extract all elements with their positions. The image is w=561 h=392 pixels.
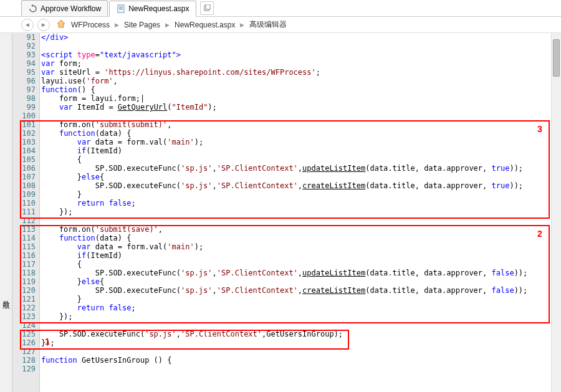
crumb-root[interactable]: WFProcess bbox=[71, 21, 110, 29]
line-number: 101 bbox=[12, 120, 36, 129]
scroll-thumb[interactable] bbox=[553, 39, 560, 77]
code-line[interactable]: var data = form.val('main'); bbox=[41, 242, 561, 251]
tab-approve-workflow[interactable]: Approve Workflow bbox=[21, 0, 108, 16]
code-line[interactable]: }else{ bbox=[41, 277, 561, 286]
code-line[interactable]: return false; bbox=[41, 304, 561, 312]
code-line[interactable]: return false; bbox=[41, 199, 561, 208]
code-line[interactable]: function() { bbox=[41, 85, 561, 94]
tab-label: NewRequest.aspx bbox=[128, 4, 189, 13]
code-line[interactable] bbox=[41, 347, 561, 356]
nav-forward-button[interactable]: ► bbox=[37, 19, 50, 31]
tab-newrequest[interactable]: NewRequest.aspx bbox=[109, 1, 196, 17]
code-line[interactable]: SP.SOD.executeFunc('sp.js','SP.ClientCon… bbox=[41, 269, 561, 277]
annotation-label-2: 2 bbox=[537, 229, 542, 239]
line-number: 116 bbox=[12, 251, 36, 260]
code-line[interactable]: } bbox=[41, 190, 561, 199]
line-number: 113 bbox=[12, 225, 36, 234]
code-line[interactable] bbox=[41, 365, 561, 373]
line-number: 119 bbox=[12, 277, 36, 286]
line-number: 97 bbox=[12, 85, 36, 94]
crumb-sitepages[interactable]: Site Pages bbox=[124, 21, 160, 29]
code-line[interactable]: var ItemId = GetQueryUrl("ItemId"); bbox=[41, 103, 561, 112]
code-line[interactable]: var data = form.val('main'); bbox=[41, 138, 561, 146]
line-number: 127 bbox=[12, 347, 36, 356]
code-line[interactable]: }else{ bbox=[41, 173, 561, 181]
annotation-label-3: 3 bbox=[537, 124, 542, 134]
code-line[interactable]: SP.SOD.executeFunc('sp.js','SP.ClientCon… bbox=[41, 286, 561, 295]
line-number: 104 bbox=[12, 146, 36, 155]
line-number: 123 bbox=[12, 312, 36, 321]
code-line[interactable]: SP.SOD.executeFunc('sp.js','SP.ClientCon… bbox=[41, 330, 561, 338]
crumb-mode[interactable]: 高级编辑器 bbox=[249, 19, 287, 30]
line-number: 118 bbox=[12, 269, 36, 277]
home-icon bbox=[56, 19, 66, 31]
code-line[interactable]: var form; bbox=[41, 59, 561, 68]
line-number: 91 bbox=[12, 33, 36, 42]
code-line[interactable]: function(data) { bbox=[41, 129, 561, 138]
chevron-right-icon: ▶ bbox=[165, 22, 170, 28]
line-number: 109 bbox=[12, 190, 36, 199]
code-line[interactable]: if(ItemId) bbox=[41, 146, 561, 155]
annotation-label-1: 1 bbox=[45, 337, 50, 347]
tab-overflow-button[interactable] bbox=[200, 1, 214, 15]
code-line[interactable]: { bbox=[41, 155, 561, 164]
code-line[interactable] bbox=[41, 321, 561, 330]
line-number: 103 bbox=[12, 138, 36, 146]
code-line[interactable]: }); bbox=[41, 208, 561, 216]
crumb-file[interactable]: NewRequest.aspx bbox=[175, 21, 235, 29]
line-number: 128 bbox=[12, 356, 36, 365]
line-number: 114 bbox=[12, 234, 36, 242]
line-number: 98 bbox=[12, 94, 36, 103]
code-line[interactable] bbox=[41, 216, 561, 225]
code-line[interactable]: function(data) { bbox=[41, 234, 561, 242]
line-number: 115 bbox=[12, 242, 36, 251]
line-number: 94 bbox=[12, 59, 36, 68]
line-number: 117 bbox=[12, 260, 36, 269]
line-number: 125 bbox=[12, 330, 36, 338]
line-number: 93 bbox=[12, 50, 36, 59]
line-number: 112 bbox=[12, 216, 36, 225]
line-number: 122 bbox=[12, 304, 36, 312]
code-line[interactable]: SP.SOD.executeFunc('sp.js','SP.ClientCon… bbox=[41, 164, 561, 173]
line-number: 107 bbox=[12, 173, 36, 181]
line-number: 108 bbox=[12, 181, 36, 190]
nav-back-button[interactable]: ◄ bbox=[21, 19, 34, 31]
line-number-gutter: 9192939495969798991001011021031041051061… bbox=[12, 33, 40, 392]
svg-rect-5 bbox=[206, 4, 210, 9]
vertical-scrollbar[interactable] bbox=[551, 33, 561, 392]
code-line[interactable]: var siteUrl = 'https://linyus.sharepoint… bbox=[41, 68, 561, 77]
code-line[interactable]: } bbox=[41, 295, 561, 304]
code-line[interactable]: </div> bbox=[41, 33, 561, 42]
line-number: 110 bbox=[12, 199, 36, 208]
line-number: 121 bbox=[12, 295, 36, 304]
line-number: 102 bbox=[12, 129, 36, 138]
code-line[interactable]: { bbox=[41, 260, 561, 269]
code-line[interactable]: form.on('submit(submit)', bbox=[41, 120, 561, 129]
line-number: 92 bbox=[12, 42, 36, 50]
line-number: 106 bbox=[12, 164, 36, 173]
code-line[interactable]: if(ItemId) bbox=[41, 251, 561, 260]
code-line[interactable]: SP.SOD.executeFunc('sp.js','SP.ClientCon… bbox=[41, 181, 561, 190]
code-line[interactable]: function GetUsersInGroup () { bbox=[41, 356, 561, 365]
code-line[interactable]: form.on('submit(save)', bbox=[41, 225, 561, 234]
line-number: 95 bbox=[12, 68, 36, 77]
code-line[interactable]: layui.use('form', bbox=[41, 77, 561, 85]
breadcrumb: WFProcess ▶ Site Pages ▶ NewRequest.aspx… bbox=[56, 19, 287, 31]
line-number: 120 bbox=[12, 286, 36, 295]
breadcrumb-bar: ◄ ► WFProcess ▶ Site Pages ▶ NewRequest.… bbox=[0, 17, 561, 33]
code-line[interactable] bbox=[41, 42, 561, 50]
code-line[interactable]: }); bbox=[41, 312, 561, 321]
line-number: 96 bbox=[12, 77, 36, 85]
sidebar-nav-tab[interactable]: 导航 bbox=[0, 33, 12, 392]
code-line[interactable] bbox=[41, 112, 561, 120]
code-editor[interactable]: </div><script type="text/javascript">var… bbox=[40, 33, 561, 392]
line-number: 129 bbox=[12, 365, 36, 373]
code-line[interactable]: form = layui.form;| bbox=[41, 94, 561, 103]
editor-area: 导航 9192939495969798991001011021031041051… bbox=[0, 33, 561, 392]
line-number: 111 bbox=[12, 208, 36, 216]
code-line[interactable]: }); bbox=[41, 338, 561, 347]
code-line[interactable]: <script type="text/javascript"> bbox=[41, 50, 561, 59]
chevron-right-icon: ▶ bbox=[115, 22, 119, 28]
chevron-right-icon: ▶ bbox=[240, 22, 244, 28]
editor-tabs: Approve Workflow NewRequest.aspx bbox=[0, 0, 561, 17]
